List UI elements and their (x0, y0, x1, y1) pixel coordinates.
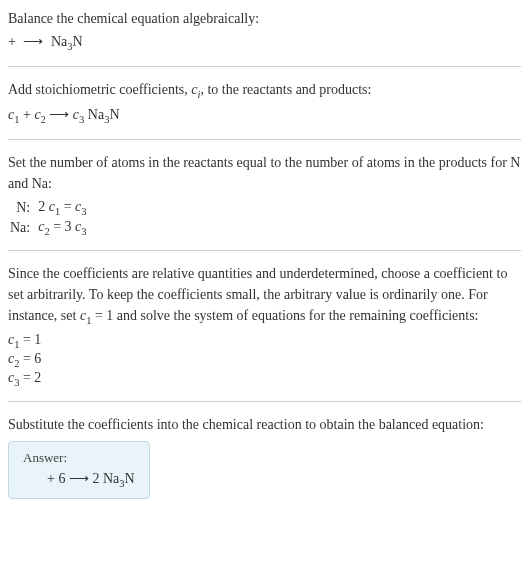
ans-n: N (124, 471, 134, 486)
section-problem: Balance the chemical equation algebraica… (8, 8, 521, 67)
balanced-equation: + 6 ⟶ 2 Na3N (23, 470, 135, 489)
ans-arrow: ⟶ (69, 471, 93, 486)
coef-solutions: c1 = 1 c2 = 6 c3 = 2 (8, 332, 521, 387)
elem-equation: c2 = 3 c3 (36, 218, 92, 238)
elem-label: Na: (8, 218, 36, 238)
arrow-icon: ⟶ (23, 33, 43, 50)
solve-instruction: Since the coefficients are relative quan… (8, 263, 521, 329)
ans-lhs: + 6 (47, 471, 69, 486)
coef-line: c3 = 2 (8, 370, 521, 388)
problem-statement: Balance the chemical equation algebraica… (8, 8, 521, 29)
table-row: N: 2 c1 = c3 (8, 198, 93, 218)
atom-balance-table: N: 2 c1 = c3 Na: c2 = 3 c3 (8, 198, 93, 238)
elem-label: N: (8, 198, 36, 218)
coef-line: c2 = 6 (8, 351, 521, 369)
elem-equation: 2 c1 = c3 (36, 198, 92, 218)
section-coefficients: Add stoichiometric coefficients, ci, to … (8, 79, 521, 140)
coef-equation: c1 + c2 ⟶ c3 Na3N (8, 106, 521, 125)
section-solve: Since the coefficients are relative quan… (8, 263, 521, 402)
coef-instruction: Add stoichiometric coefficients, ci, to … (8, 79, 521, 103)
eq-plus: + (8, 34, 19, 49)
table-row: Na: c2 = 3 c3 (8, 218, 93, 238)
answer-label: Answer: (23, 450, 135, 466)
arrow-text: ⟶ (46, 107, 73, 122)
substitute-instruction: Substitute the coefficients into the che… (8, 414, 521, 435)
prod-na: Na (84, 107, 104, 122)
balance-instruction: Set the number of atoms in the reactants… (8, 152, 521, 194)
plus: + (19, 107, 34, 122)
prod-n: N (109, 107, 119, 122)
answer-box: Answer: + 6 ⟶ 2 Na3N (8, 441, 150, 500)
section-atom-balance: Set the number of atoms in the reactants… (8, 152, 521, 251)
product-n: N (72, 34, 82, 49)
coef-line: c1 = 1 (8, 332, 521, 350)
product-na: Na (51, 34, 67, 49)
section-answer: Substitute the coefficients into the che… (8, 414, 521, 512)
unbalanced-equation: + ⟶ Na3N (8, 33, 521, 52)
ans-rhs: 2 Na (92, 471, 119, 486)
